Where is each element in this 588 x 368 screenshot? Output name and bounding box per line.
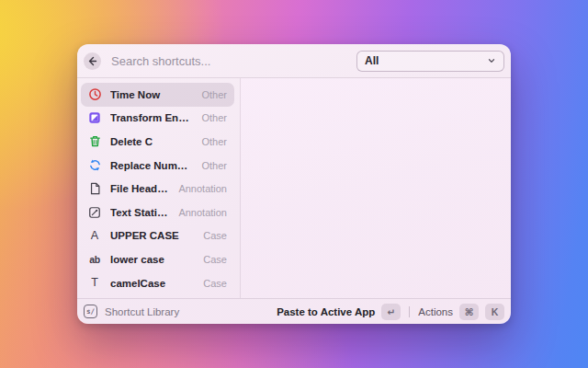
document-icon: [87, 181, 102, 196]
back-arrow-icon: [87, 56, 97, 66]
chart-icon: [87, 205, 102, 220]
search-input[interactable]: [109, 53, 347, 69]
titlecase-icon: T: [87, 276, 102, 291]
chevron-down-icon: [487, 52, 496, 69]
list-item-category: Case: [203, 254, 227, 265]
list-item[interactable]: Time Now Other: [81, 83, 234, 107]
app-name-label: Shortcut Library: [105, 306, 179, 317]
list-item[interactable]: Delete C Other: [81, 130, 234, 154]
k-key-badge: K: [485, 304, 504, 320]
actions-button[interactable]: Actions: [418, 306, 453, 317]
shortcut-library-window: All Time Now Other Transform English Oth…: [77, 44, 511, 324]
lowercase-icon: ab: [87, 252, 102, 267]
list-item-category: Case: [203, 230, 227, 241]
filter-dropdown-value: All: [365, 54, 379, 67]
transform-icon: [87, 110, 102, 125]
list-item[interactable]: T camelCase Case: [81, 271, 234, 295]
list-item-label: File Head Annotation: [110, 183, 170, 194]
clock-icon: [87, 87, 102, 102]
list-item[interactable]: Transform English Other: [81, 107, 234, 131]
trash-icon: [87, 134, 102, 149]
status-bar: s/ Shortcut Library Paste to Active App …: [77, 298, 511, 324]
list-item-category: Annotation: [178, 207, 227, 218]
list-item[interactable]: Replace Number Other: [81, 154, 234, 178]
list-item-label: Time Now: [110, 89, 193, 100]
list-item-label: Delete C: [110, 136, 193, 147]
list-item-label: Text Statistics: [110, 207, 170, 218]
back-button[interactable]: [84, 52, 101, 70]
content-area: Time Now Other Transform English Other D…: [77, 78, 511, 298]
filter-dropdown[interactable]: All: [356, 51, 504, 72]
list-item-label: lower case: [110, 254, 195, 265]
paste-to-active-app-button[interactable]: Paste to Active App: [277, 306, 375, 317]
list-item-category: Other: [201, 112, 227, 123]
list-item-category: Other: [201, 160, 227, 171]
list-item[interactable]: A UPPER CASE Case: [81, 224, 234, 248]
sync-icon: [87, 158, 102, 173]
list-item-category: Annotation: [178, 183, 227, 194]
detail-pane: [241, 78, 511, 298]
uppercase-icon: A: [87, 228, 102, 243]
search-bar: All: [77, 44, 511, 78]
list-item-label: UPPER CASE: [110, 230, 195, 241]
command-key-badge: ⌘: [459, 304, 479, 320]
shortcut-list: Time Now Other Transform English Other D…: [77, 78, 241, 298]
footer-divider: [409, 306, 410, 317]
list-item-label: Transform English: [110, 112, 193, 123]
list-item-category: Case: [203, 278, 227, 289]
list-item-category: Other: [201, 136, 227, 147]
list-item[interactable]: ab lower case Case: [81, 247, 234, 271]
shortcut-library-app-icon: s/: [84, 305, 97, 318]
return-key-badge: ↵: [381, 304, 401, 320]
list-item-label: camelCase: [110, 278, 195, 289]
list-item-category: Other: [201, 89, 227, 100]
list-item[interactable]: Text Statistics Annotation: [81, 201, 234, 224]
list-item-label: Replace Number: [110, 160, 193, 171]
footer-actions: Paste to Active App ↵ Actions ⌘ K: [277, 304, 504, 320]
list-item[interactable]: File Head Annotation Annotation: [81, 177, 234, 201]
